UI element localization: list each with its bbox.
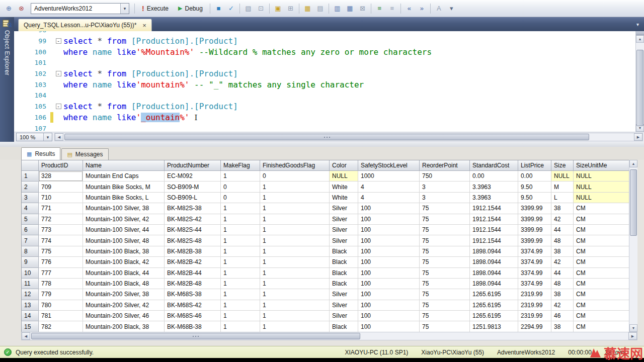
indent-icon[interactable]: » — [416, 3, 428, 14]
cell[interactable]: 1898.0944 — [470, 268, 518, 279]
cell[interactable]: BK-M68S-46 — [165, 311, 221, 321]
scroll-thumb[interactable] — [630, 169, 637, 236]
cell[interactable]: Silver — [330, 289, 358, 300]
cell[interactable]: NULL — [574, 193, 629, 203]
cell[interactable]: 3.3963 — [470, 193, 518, 203]
row-number[interactable]: 1 — [22, 171, 39, 182]
cell[interactable]: Mountain Bike Socks, L — [83, 193, 165, 203]
cell[interactable]: 709 — [39, 182, 83, 192]
cell[interactable]: 1 — [260, 214, 330, 225]
cell[interactable]: 75 — [420, 268, 470, 279]
row-number[interactable]: 8 — [22, 246, 39, 257]
database-selector[interactable]: AdventureWorks2012 ▾ — [31, 3, 129, 14]
cell[interactable]: 1 — [221, 257, 260, 267]
cell[interactable]: 776 — [39, 257, 83, 267]
estimated-plan-icon[interactable]: ▧ — [243, 3, 254, 14]
code-line-98[interactable]: 98 — [14, 31, 635, 36]
intellisense-icon[interactable]: ▣ — [272, 3, 284, 14]
cell[interactable]: BK-M82B-38 — [165, 246, 221, 257]
scroll-thumb[interactable] — [636, 50, 643, 126]
change-connection-icon[interactable]: ⊗ — [16, 3, 27, 14]
cell[interactable]: EC-M092 — [165, 171, 221, 182]
table-row[interactable]: 14781Mountain-200 Silver, 46BK-M68S-4611… — [22, 311, 629, 321]
cell[interactable]: 1898.0944 — [470, 257, 518, 267]
code-line-100[interactable]: 100where name like'%Mountain%' --Wildcar… — [14, 46, 635, 57]
cell[interactable]: 1 — [260, 225, 330, 235]
row-number[interactable]: 15 — [22, 321, 39, 332]
tab-list-chevron-icon[interactable]: ▾ — [636, 22, 639, 27]
cell[interactable]: 1898.0944 — [470, 279, 518, 289]
cell[interactable]: 782 — [39, 321, 83, 332]
cell[interactable]: BK-M68B-38 — [165, 321, 221, 332]
sidebar-item-object-explorer[interactable]: Object Explorer — [0, 17, 14, 147]
cell[interactable]: 3374.99 — [518, 246, 551, 257]
column-header-SafetyStockLevel[interactable]: SafetyStockLevel — [358, 160, 420, 171]
cell[interactable]: 100 — [358, 300, 420, 311]
cell[interactable]: 38 — [551, 289, 574, 300]
cell[interactable]: 46 — [551, 311, 574, 321]
cell[interactable]: 100 — [358, 246, 420, 257]
cell[interactable]: 1 — [260, 268, 330, 279]
table-row[interactable]: 1328Mountain End CapsEC-M09210NULL100075… — [22, 171, 629, 182]
column-header-ListPrice[interactable]: ListPrice — [518, 160, 551, 171]
cell[interactable]: 778 — [39, 279, 83, 289]
cell[interactable]: 42 — [551, 214, 574, 225]
outdent-icon[interactable]: « — [404, 3, 415, 14]
chevron-down-icon[interactable]: ▾ — [43, 133, 52, 141]
column-header-ReorderPoint[interactable]: ReorderPoint — [420, 160, 470, 171]
cell[interactable]: SO-B909-L — [165, 193, 221, 203]
cell[interactable]: Mountain-200 Silver, 38 — [83, 289, 165, 300]
cell[interactable]: 0 — [221, 182, 260, 192]
code-line-105[interactable]: 105-select * from [Production].[Product] — [14, 101, 635, 112]
cell[interactable]: 1265.6195 — [470, 300, 518, 311]
query-options-icon[interactable]: ⊡ — [255, 3, 267, 14]
cell[interactable]: 100 — [358, 321, 420, 332]
tab-results[interactable]: ▦ Results — [21, 147, 60, 160]
cell[interactable]: BK-M82B-44 — [165, 268, 221, 279]
code-editor[interactable]: 9899-select * from [Production].[Product… — [14, 31, 635, 132]
row-number[interactable]: 2 — [22, 182, 39, 192]
row-number[interactable]: 3 — [22, 193, 39, 203]
cell[interactable]: 3399.99 — [518, 214, 551, 225]
scroll-right-icon[interactable]: ▶ — [628, 332, 637, 340]
cell[interactable]: BK-M82B-48 — [165, 279, 221, 289]
cell[interactable]: Silver — [330, 235, 358, 246]
cell[interactable]: 3374.99 — [518, 279, 551, 289]
cell[interactable]: 48 — [551, 235, 574, 246]
cell[interactable]: 100 — [358, 225, 420, 235]
cell[interactable]: 1 — [221, 235, 260, 246]
cell[interactable]: 1 — [221, 214, 260, 225]
cell[interactable]: 777 — [39, 268, 83, 279]
cell[interactable]: 773 — [39, 225, 83, 235]
cell[interactable]: NULL — [330, 171, 358, 182]
cell[interactable]: 75 — [420, 225, 470, 235]
cell[interactable]: Mountain-100 Silver, 38 — [83, 203, 165, 214]
cell[interactable]: White — [330, 182, 358, 192]
cell[interactable]: 1 — [260, 203, 330, 214]
table-row[interactable]: 5772Mountain-100 Silver, 42BK-M82S-4211S… — [22, 214, 629, 225]
column-header-MakeFlag[interactable]: MakeFlag — [221, 160, 260, 171]
comment-icon[interactable]: ≡ — [374, 3, 385, 14]
cell[interactable]: 42 — [551, 300, 574, 311]
cell[interactable]: 44 — [551, 225, 574, 235]
cell[interactable]: 1 — [221, 300, 260, 311]
scroll-thumb[interactable] — [31, 333, 360, 339]
row-number[interactable]: 5 — [22, 214, 39, 225]
cell[interactable]: Mountain-100 Silver, 48 — [83, 235, 165, 246]
cell[interactable]: BK-M82S-44 — [165, 225, 221, 235]
cell[interactable]: 38 — [551, 246, 574, 257]
grid-vertical-scrollbar[interactable]: ▲ ▼ — [629, 160, 637, 332]
code-line-107[interactable]: 107 — [14, 123, 635, 132]
cell[interactable]: 1912.1544 — [470, 203, 518, 214]
cell[interactable]: 1 — [260, 257, 330, 267]
template-params-icon[interactable]: ⊞ — [285, 3, 296, 14]
results-splitter[interactable] — [0, 142, 644, 147]
cell[interactable]: 100 — [358, 257, 420, 267]
row-number[interactable]: 14 — [22, 311, 39, 321]
cell[interactable]: 1 — [260, 182, 330, 192]
cell[interactable]: 3399.99 — [518, 203, 551, 214]
cell[interactable]: CM — [574, 214, 629, 225]
cell[interactable]: Silver — [330, 300, 358, 311]
results-to-file-icon[interactable]: ⊠ — [357, 3, 368, 14]
column-header-Size[interactable]: Size — [551, 160, 574, 171]
